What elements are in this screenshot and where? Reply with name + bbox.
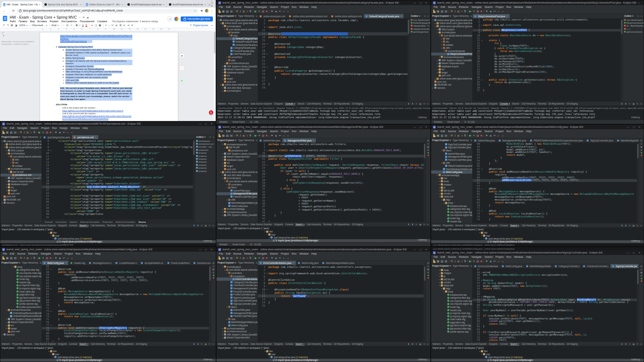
tree-item[interactable]: ▸src/main/java — [216, 90, 258, 93]
tree-item[interactable]: CategoryFacade.java — [216, 46, 258, 49]
menu-run[interactable]: Run — [52, 126, 57, 130]
print-icon[interactable]: ▤ — [445, 10, 447, 13]
tree-arrow-icon[interactable]: ▾ — [443, 290, 445, 293]
fold-marker[interactable] — [50, 301, 52, 304]
back-icon[interactable]: ← — [283, 257, 286, 260]
fold-marker[interactable] — [50, 327, 52, 330]
fold-marker[interactable]: ⊕ — [266, 25, 268, 29]
console-tab-data-source-explorer[interactable]: Data Source Explorer — [250, 343, 272, 345]
tree-arrow-icon[interactable]: ▸ — [440, 44, 443, 46]
editor-tab[interactable]: MessageSource.c — [87, 261, 114, 265]
eclipse-titlebar[interactable]: elearnit_web_spring_mvc_exam - online-st… — [431, 0, 644, 5]
menu-refactor[interactable]: Refactor — [459, 255, 469, 259]
tree-arrow-icon[interactable]: ▸ — [436, 68, 439, 71]
tree-arrow-icon[interactable]: ▾ — [228, 34, 230, 37]
fold-marker[interactable] — [266, 217, 268, 220]
tree-item[interactable]: ▸database-export — [216, 71, 258, 74]
menu-refactor[interactable]: Refactor — [28, 252, 38, 255]
editor-scrollbar[interactable] — [209, 265, 211, 342]
fold-marker[interactable] — [480, 143, 483, 146]
forward-icon[interactable]: → — [70, 131, 73, 134]
console-tab-markers[interactable]: Markers — [2, 343, 10, 345]
tree-arrow-icon[interactable]: ▸ — [5, 321, 8, 323]
tree-item[interactable]: ▸converters — [216, 55, 258, 59]
print-icon[interactable]: ▤ — [14, 131, 16, 134]
code-editor[interactable]: 1package com.itbulls.learnit.onlinestore… — [258, 19, 409, 101]
tree-arrow-icon[interactable]: ▸ — [221, 78, 224, 80]
tab-type-hierarchy[interactable]: Type Hierarchy — [453, 265, 469, 267]
console-tab-servers[interactable]: Servers — [24, 343, 32, 345]
tree-item[interactable]: README.md — [431, 83, 472, 86]
tree-arrow-icon[interactable]: ▸ — [5, 149, 8, 151]
fold-marker[interactable] — [266, 184, 268, 187]
tree-item[interactable]: persistence.xml — [216, 149, 258, 152]
tree-item[interactable]: ▸target — [0, 189, 42, 192]
fast-view-icon[interactable]: ⊞ — [640, 275, 642, 277]
fold-marker[interactable] — [266, 298, 268, 301]
tree-item[interactable]: pjp-product-tiles.tag — [0, 299, 42, 303]
editor-tab[interactable]: DefaultCategoryFacade.java✕ — [364, 14, 404, 18]
tree-arrow-icon[interactable]: ▾ — [48, 232, 50, 234]
tree-arrow-icon[interactable]: ▾ — [221, 177, 224, 179]
fold-marker[interactable] — [266, 278, 268, 281]
fold-marker[interactable] — [266, 161, 268, 164]
save-all-icon[interactable]: ▧ — [226, 10, 229, 13]
tree-arrow-icon[interactable]: ▾ — [226, 187, 228, 189]
menu-run[interactable]: Run — [506, 130, 511, 133]
fold-marker[interactable] — [50, 185, 52, 189]
tree-item[interactable]: ▾online-store.web [java-learnit-web-onli… — [216, 83, 258, 86]
new-java-class-icon[interactable]: J — [24, 131, 25, 134]
fold-marker[interactable] — [50, 152, 52, 155]
tree-item[interactable]: ▸entities — [0, 164, 42, 168]
tree-arrow-icon[interactable]: ▸ — [221, 159, 224, 161]
tab-project-explorer[interactable]: Project Explorer × — [1, 261, 20, 264]
console-tab-call-hierarchy[interactable]: Call Hierarchy — [521, 343, 536, 345]
eclipse-titlebar[interactable]: elearnit_web_spring_mvc_exam - online-st… — [431, 125, 644, 129]
console-tab-search[interactable]: Search × — [510, 224, 519, 227]
menu-file[interactable]: File — [434, 255, 438, 259]
console-tab-call-hierarchy[interactable]: Call Hierarchy — [307, 102, 321, 105]
editor-tab[interactable]: PBKDF2WithHmacSHA1EncryptorService.java — [528, 138, 585, 143]
fold-marker[interactable] — [480, 50, 483, 53]
back-icon[interactable]: ← — [3, 9, 6, 13]
menu-search[interactable]: Search — [30, 126, 38, 130]
last-edit-icon[interactable]: ↩ — [63, 131, 65, 134]
fold-marker[interactable] — [480, 160, 483, 163]
close-tab-icon[interactable]: ✕ — [204, 3, 206, 6]
tree-arrow-icon[interactable]: ▾ — [5, 309, 8, 311]
tab-project-explorer[interactable]: Project Explorer × — [218, 15, 236, 17]
doc-link[interactable]: https://docs.google.com/document/d/1PFkc… — [60, 35, 132, 40]
last-edit-link[interactable]: Последнее изменение: 4 минуты назад — [112, 20, 158, 23]
tree-item[interactable]: ▸fonts — [431, 180, 472, 183]
menu-window[interactable]: Window — [83, 252, 93, 255]
minimized-view-icon[interactable]: ▣ — [427, 268, 429, 270]
fold-marker[interactable] — [50, 335, 52, 338]
fold-marker[interactable] — [266, 285, 268, 288]
tree-arrow-icon[interactable]: ▾ — [224, 180, 226, 182]
editor-tab[interactable]: MainWebAppInitializ — [525, 264, 553, 268]
save-all-icon[interactable]: ▧ — [10, 131, 13, 134]
back-icon[interactable]: ← — [67, 131, 69, 134]
fold-marker[interactable] — [266, 72, 268, 76]
fold-marker[interactable]: ⊕ — [480, 79, 483, 81]
forward-icon[interactable]: → — [501, 260, 504, 263]
tree-item[interactable]: ▸dao — [0, 158, 42, 161]
console-tab-git-staging[interactable]: Git Staging — [136, 343, 147, 345]
menu-run[interactable]: Run — [292, 252, 296, 255]
console-tab-data-source-explorer[interactable]: Data Source Explorer — [465, 224, 487, 227]
prev-annotation-icon[interactable]: ▲ — [275, 10, 277, 13]
tree-arrow-icon[interactable]: ▸ — [438, 180, 441, 182]
fold-marker[interactable]: ⊕ — [266, 288, 268, 291]
back-icon[interactable]: ← — [497, 134, 500, 137]
browser-window-controls[interactable]: – ▢ ✕ — [211, 0, 216, 8]
print-icon[interactable]: ▤ — [230, 257, 233, 260]
tree-item[interactable]: persistence.xml — [0, 174, 42, 177]
tree-item[interactable]: ▸src — [0, 324, 42, 327]
save-icon[interactable]: ▦ — [6, 131, 9, 134]
tree-item[interactable]: profile-personal-info.tag — [0, 305, 42, 309]
console-tab-console[interactable]: Console — [69, 224, 77, 227]
print-icon[interactable]: ▤ — [445, 134, 447, 137]
save-all-icon[interactable]: ▧ — [441, 134, 443, 137]
tree-item[interactable]: ▾JpaCategoryDao.java (3 matches) — [216, 236, 430, 239]
fold-marker[interactable] — [480, 334, 483, 337]
